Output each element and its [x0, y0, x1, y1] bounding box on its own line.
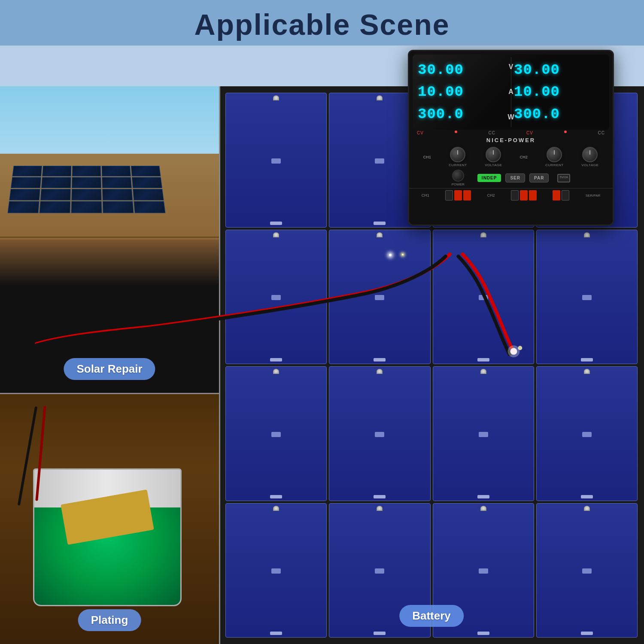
cv-dot-1 — [455, 131, 457, 133]
bat-cell — [225, 503, 327, 638]
ch1-voltage: 30.00 — [418, 62, 464, 78]
brand-label: NICE-POWER — [409, 137, 613, 143]
usb-port: 5V/2A — [557, 174, 570, 182]
ch2-terminals — [511, 190, 537, 200]
ch1-voltage-knob[interactable] — [486, 147, 501, 162]
power-knob-group: POWER — [452, 170, 465, 186]
unit-w: W — [507, 113, 514, 121]
indep-button[interactable]: INDEP — [477, 174, 501, 182]
terminal-ch2-label: CH2 — [487, 193, 495, 197]
bat-cell — [536, 503, 638, 638]
ch1-label: CH1 — [423, 155, 431, 159]
mode-row: POWER INDEP SER PAR 5V/2A — [409, 168, 613, 188]
solar-label: Solar Repair — [64, 358, 155, 380]
ch2-voltage-knob[interactable] — [582, 147, 598, 162]
terminal-ch1-label: CH1 — [422, 193, 429, 197]
ser-par-label: SER/PAR — [586, 194, 601, 197]
cv-label-2: CV — [526, 131, 533, 135]
bat-cell — [329, 366, 430, 501]
bat-cell — [536, 230, 638, 365]
ch2-neg-terminal — [511, 190, 519, 200]
display-ch2: 30.00 10.00 300.0 — [511, 57, 607, 127]
plating-bucket — [33, 468, 182, 607]
bat-cell — [225, 366, 327, 501]
bucket-outer — [33, 468, 182, 607]
ch1-terminals — [445, 190, 471, 200]
ch1-voltage-label: VOLTAGE — [485, 163, 502, 167]
plating-visual — [0, 393, 219, 644]
ser-par-pos-terminal — [553, 190, 560, 200]
bat-cell — [225, 230, 327, 365]
ch2-voltage-label: VOLTAGE — [581, 163, 598, 167]
ch1-label-group: CH1 — [423, 155, 431, 159]
unit-v: V — [509, 63, 513, 71]
bat-cell — [433, 230, 534, 365]
divider-h — [0, 393, 220, 394]
cc-label-2: CC — [598, 131, 605, 135]
ch2-voltage: 30.00 — [514, 62, 560, 78]
ch2-power: 300.0 — [514, 106, 560, 122]
ch2-pos-terminal — [520, 190, 528, 200]
page-title: Applicable Scene — [0, 8, 644, 41]
ch1-pos-terminal — [454, 190, 462, 200]
ch1-power: 300.0 — [418, 106, 464, 122]
ch1-current-knob[interactable] — [450, 147, 465, 162]
scene-solar: Solar Repair — [0, 86, 219, 393]
usb-label: 5V/2A — [558, 176, 569, 179]
cc-label-1: CC — [488, 131, 495, 135]
ser-par-terminals — [553, 190, 569, 200]
plating-label: Plating — [78, 609, 141, 631]
ch2-pos2-terminal — [529, 190, 537, 200]
bat-cell — [225, 93, 327, 228]
main-content: Solar Repair — [0, 46, 644, 644]
bat-cell — [433, 366, 534, 501]
solar-visual — [0, 86, 219, 393]
cv-label-1: CV — [417, 131, 424, 135]
ch1-neg-terminal — [445, 190, 453, 200]
ch1-current: 10.00 — [418, 84, 464, 100]
ch2-voltage-knob-group: VOLTAGE — [581, 147, 598, 167]
ch2-label: CH2 — [520, 155, 528, 159]
ch1-voltage-knob-group: VOLTAGE — [485, 147, 502, 167]
ch2-current-knob[interactable] — [547, 147, 562, 162]
ch2-label-group: CH2 — [520, 155, 528, 159]
terminals-row: CH1 CH2 SE — [409, 188, 613, 202]
ch2-current: 10.00 — [514, 84, 560, 100]
ch2-current-knob-group: CURRENT — [545, 147, 564, 167]
power-knob[interactable] — [452, 170, 464, 182]
display-ch1: 30.00 10.00 300.0 — [415, 57, 510, 127]
cv-cc-labels: CV CC CV CC — [413, 130, 609, 136]
scene-plating: Plating — [0, 393, 219, 644]
ch1-current-label: CURRENT — [449, 163, 467, 167]
par-button[interactable]: PAR — [529, 173, 549, 182]
solar-panels — [0, 166, 181, 331]
divider-v — [219, 86, 220, 644]
ch1-pos2-terminal — [463, 190, 471, 200]
cv-dot-2 — [564, 131, 567, 133]
device-container: 30.00 10.00 300.0 V A W — [408, 50, 631, 234]
unit-a: A — [508, 88, 513, 96]
ser-button[interactable]: SER — [505, 173, 525, 182]
device: 30.00 10.00 300.0 V A W — [408, 50, 614, 226]
ch2-current-label: CURRENT — [545, 163, 564, 167]
power-label: POWER — [452, 182, 465, 186]
battery-label: Battery — [399, 605, 464, 627]
header: Applicable Scene — [0, 0, 644, 46]
ser-par-neg-terminal — [562, 190, 569, 200]
ch1-current-knob-group: CURRENT — [449, 147, 467, 167]
display-screen: 30.00 10.00 300.0 V A W — [413, 55, 609, 130]
knobs-row: CH1 CURRENT VOLTAGE CH2 C — [409, 144, 613, 168]
bat-cell — [536, 366, 638, 501]
bat-cell — [329, 230, 430, 365]
page-wrapper: Applicable Scene — [0, 0, 644, 644]
